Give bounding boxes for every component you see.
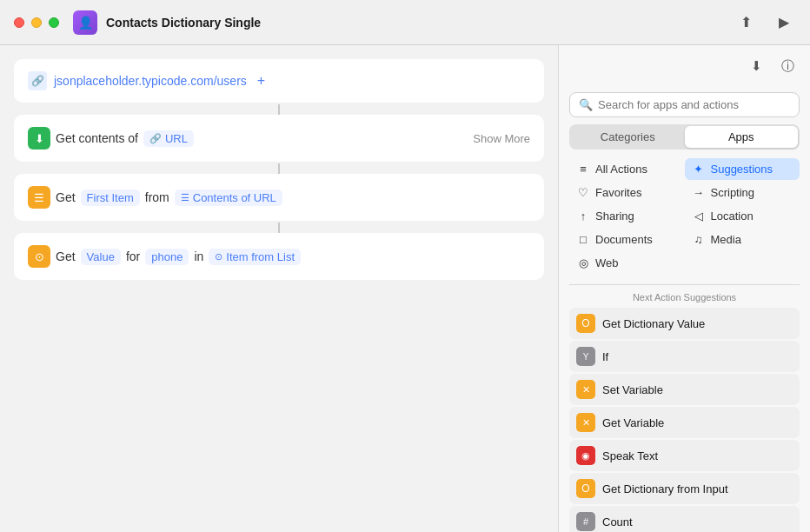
- url-action-block: 🔗 jsonplaceholder.typicode.com/users +: [14, 59, 544, 103]
- close-button[interactable]: [14, 17, 24, 28]
- item-pill-icon: ⊙: [215, 251, 222, 263]
- play-button[interactable]: ▶: [772, 10, 796, 35]
- get-prefix: Get: [56, 190, 76, 204]
- get-dict-from-input-icon: O: [576, 479, 595, 498]
- url-pill-icon: 🔗: [149, 133, 162, 144]
- url-icon: 🔗: [28, 71, 47, 90]
- get-contents-icon: ⬇: [28, 127, 50, 150]
- from-label: from: [145, 190, 169, 204]
- category-col-1: ≡ All Actions ♡ Favorites ↑ Sharing □ Do…: [569, 158, 685, 274]
- get-variable-label: Get Variable: [602, 416, 664, 429]
- category-item-sharing[interactable]: ↑ Sharing: [569, 205, 685, 227]
- show-more-button[interactable]: Show More: [473, 132, 530, 145]
- first-item-pill[interactable]: First Item: [81, 190, 140, 206]
- suggestion-if[interactable]: Y If: [569, 341, 800, 372]
- tab-apps[interactable]: Apps: [685, 126, 799, 148]
- category-item-location[interactable]: ◁ Location: [685, 205, 800, 227]
- download-icon: ⬇: [751, 58, 762, 74]
- speak-text-label: Speak Text: [602, 449, 658, 462]
- category-item-documents[interactable]: □ Documents: [569, 229, 685, 250]
- maximize-button[interactable]: [49, 17, 59, 28]
- get-variable-icon: ✕: [576, 413, 595, 432]
- documents-label: Documents: [595, 233, 653, 246]
- location-label: Location: [711, 209, 754, 223]
- next-actions-header: Next Action Suggestions: [559, 292, 810, 303]
- info-button[interactable]: ⓘ: [775, 54, 800, 78]
- suggestion-set-variable[interactable]: ✕ Set Variable: [569, 374, 800, 405]
- main-layout: 🔗 jsonplaceholder.typicode.com/users + ⬇…: [0, 45, 810, 532]
- titlebar-actions: ⬆ ▶: [734, 10, 796, 35]
- if-label: If: [602, 350, 608, 363]
- suggestion-speak-text[interactable]: ◉ Speak Text: [569, 440, 800, 471]
- get-value-icon: ⊙: [28, 245, 50, 268]
- search-box: 🔍: [569, 92, 800, 117]
- category-item-suggestions[interactable]: ✦ Suggestions: [685, 158, 800, 180]
- phone-pill[interactable]: phone: [145, 249, 189, 265]
- url-add-button[interactable]: +: [257, 73, 265, 89]
- favorites-icon: ♡: [576, 186, 590, 199]
- all-actions-icon: ≡: [576, 163, 590, 176]
- web-icon: ◎: [576, 256, 590, 269]
- suggestion-get-dict-value[interactable]: O Get Dictionary Value: [569, 308, 800, 339]
- info-icon: ⓘ: [781, 58, 794, 75]
- contents-pill-icon: ☰: [181, 192, 189, 203]
- category-item-web[interactable]: ◎ Web: [569, 252, 685, 274]
- right-panel: ⬇ ⓘ 🔍 Categories Apps ≡ All Actions: [558, 45, 810, 532]
- suggestion-list: O Get Dictionary Value Y If ✕ Set Variab…: [559, 308, 810, 532]
- documents-icon: □: [576, 233, 590, 246]
- get-contents-row: ⬇ Get contents of 🔗 URL Show More: [28, 127, 530, 150]
- sharing-label: Sharing: [595, 209, 634, 223]
- minimize-button[interactable]: [31, 17, 42, 28]
- app-icon: 👤: [73, 10, 97, 35]
- suggestion-count[interactable]: # Count: [569, 506, 800, 532]
- scripting-icon: →: [692, 186, 706, 199]
- url-pill[interactable]: 🔗 URL: [143, 130, 194, 147]
- suggestions-icon: ✦: [692, 163, 706, 176]
- category-item-all-actions[interactable]: ≡ All Actions: [569, 158, 685, 180]
- get-value-block: ⊙ Get Value for phone in ⊙ Item from Lis…: [14, 233, 544, 280]
- get-contents-block: ⬇ Get contents of 🔗 URL Show More: [14, 115, 544, 162]
- search-input[interactable]: [598, 98, 790, 111]
- tab-categories[interactable]: Categories: [571, 126, 685, 148]
- get-value-prefix: Get: [56, 249, 76, 263]
- search-icon: 🔍: [579, 98, 593, 111]
- category-item-scripting[interactable]: → Scripting: [685, 182, 800, 203]
- window-title: Contacts Dictionary Single: [106, 16, 734, 30]
- tab-switcher: Categories Apps: [569, 124, 800, 150]
- url-value[interactable]: jsonplaceholder.typicode.com/users: [54, 74, 247, 88]
- search-container: 🔍: [559, 82, 810, 124]
- set-variable-icon: ✕: [576, 380, 595, 399]
- all-actions-label: All Actions: [595, 163, 647, 176]
- media-icon: ♫: [692, 233, 706, 246]
- left-panel: 🔗 jsonplaceholder.typicode.com/users + ⬇…: [0, 45, 558, 532]
- location-icon: ◁: [692, 209, 706, 223]
- connector-3: [278, 223, 280, 233]
- section-divider: [569, 284, 800, 285]
- share-button[interactable]: ⬆: [734, 10, 758, 35]
- get-dict-value-label: Get Dictionary Value: [602, 317, 705, 330]
- contents-of-url-pill[interactable]: ☰ Contents of URL: [175, 190, 282, 206]
- download-button[interactable]: ⬇: [744, 54, 768, 78]
- get-first-item-block: ☰ Get First Item from ☰ Contents of URL: [14, 174, 544, 221]
- right-panel-top: ⬇ ⓘ: [559, 45, 810, 82]
- for-label: for: [126, 249, 140, 263]
- count-icon: #: [576, 512, 595, 531]
- suggestion-get-dict-from-input[interactable]: O Get Dictionary from Input: [569, 473, 800, 504]
- category-section: ≡ All Actions ♡ Favorites ↑ Sharing □ Do…: [559, 158, 810, 281]
- suggestion-get-variable[interactable]: ✕ Get Variable: [569, 407, 800, 438]
- favorites-label: Favorites: [595, 186, 641, 199]
- if-icon: Y: [576, 347, 595, 366]
- play-icon: ▶: [779, 14, 789, 30]
- connector-1: [278, 104, 280, 115]
- sharing-icon: ↑: [576, 209, 590, 223]
- web-label: Web: [595, 256, 619, 269]
- item-from-list-pill[interactable]: ⊙ Item from List: [209, 249, 301, 265]
- category-item-favorites[interactable]: ♡ Favorites: [569, 182, 685, 203]
- category-item-media[interactable]: ♫ Media: [685, 229, 800, 250]
- get-first-item-icon: ☰: [28, 186, 50, 209]
- value-pill[interactable]: Value: [81, 249, 121, 265]
- count-label: Count: [602, 515, 633, 529]
- titlebar: 👤 Contacts Dictionary Single ⬆ ▶: [0, 0, 810, 45]
- url-block-content: 🔗 jsonplaceholder.typicode.com/users +: [28, 71, 530, 90]
- suggestions-label: Suggestions: [711, 163, 773, 176]
